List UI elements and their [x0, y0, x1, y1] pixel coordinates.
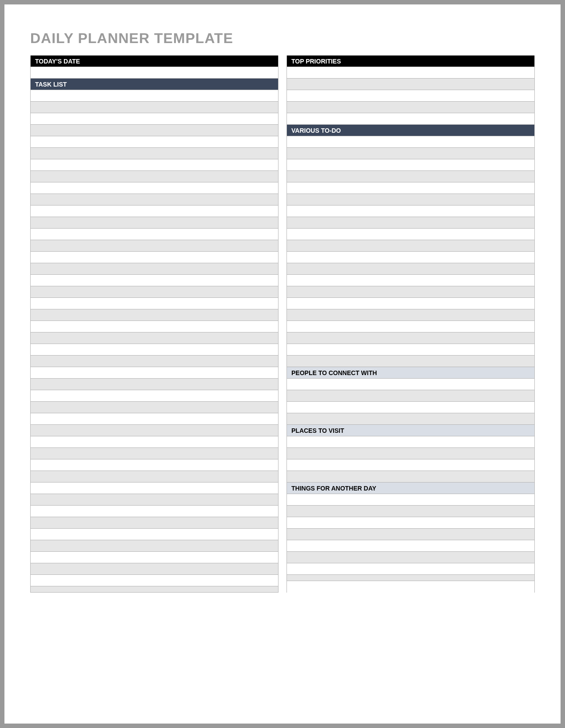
priority-row[interactable] [287, 102, 534, 113]
todo-row[interactable] [287, 309, 534, 321]
todo-row[interactable] [287, 332, 534, 344]
another-day-row[interactable] [287, 494, 534, 506]
todo-row[interactable] [287, 171, 534, 182]
task-row[interactable] [31, 483, 278, 494]
people-row[interactable] [287, 379, 534, 390]
task-row[interactable] [31, 540, 278, 552]
task-row[interactable] [31, 159, 278, 171]
todo-row[interactable] [287, 344, 534, 356]
columns: TODAY'S DATE TASK LIST [30, 55, 535, 593]
todo-row[interactable] [287, 217, 534, 229]
another-day-row[interactable] [287, 506, 534, 517]
task-row[interactable] [31, 321, 278, 332]
places-row[interactable] [287, 471, 534, 483]
task-row[interactable] [31, 436, 278, 448]
todo-row[interactable] [287, 229, 534, 240]
task-row[interactable] [31, 367, 278, 379]
date-row[interactable] [31, 67, 278, 79]
priority-row[interactable] [287, 79, 534, 90]
todo-row[interactable] [287, 206, 534, 217]
another-day-row[interactable] [287, 540, 534, 552]
todo-row[interactable] [287, 263, 534, 275]
task-row[interactable] [31, 182, 278, 194]
task-row[interactable] [31, 356, 278, 367]
task-row[interactable] [31, 240, 278, 252]
bottom-strip [31, 586, 278, 593]
todo-row[interactable] [287, 252, 534, 263]
task-row[interactable] [31, 125, 278, 136]
another-day-row[interactable] [287, 529, 534, 540]
task-row[interactable] [31, 298, 278, 309]
task-row[interactable] [31, 563, 278, 575]
task-row[interactable] [31, 148, 278, 159]
task-row[interactable] [31, 390, 278, 402]
people-row[interactable] [287, 402, 534, 413]
another-day-row[interactable] [287, 563, 534, 575]
task-row[interactable] [31, 136, 278, 148]
places-row[interactable] [287, 459, 534, 471]
task-row[interactable] [31, 448, 278, 459]
task-row[interactable] [31, 286, 278, 298]
task-row[interactable] [31, 102, 278, 113]
todo-row[interactable] [287, 136, 534, 148]
people-row[interactable] [287, 413, 534, 425]
another-day-row[interactable] [287, 517, 534, 529]
task-row[interactable] [31, 229, 278, 240]
priority-row[interactable] [287, 90, 534, 102]
task-row[interactable] [31, 494, 278, 506]
header-todays-date: TODAY'S DATE [31, 55, 278, 67]
task-row[interactable] [31, 217, 278, 229]
task-row[interactable] [31, 425, 278, 436]
planner-page: DAILY PLANNER TEMPLATE TODAY'S DATE TASK… [0, 0, 565, 728]
task-row[interactable] [31, 275, 278, 286]
task-row[interactable] [31, 344, 278, 356]
task-row[interactable] [31, 206, 278, 217]
task-row[interactable] [31, 194, 278, 206]
header-things-another-day: THINGS FOR ANOTHER DAY [287, 483, 534, 494]
task-row[interactable] [31, 379, 278, 390]
right-column: TOP PRIORITIES VARIOUS TO-DO [286, 55, 535, 593]
header-various-todo: VARIOUS TO-DO [287, 125, 534, 136]
todo-row[interactable] [287, 275, 534, 286]
left-column: TODAY'S DATE TASK LIST [30, 55, 279, 593]
task-row[interactable] [31, 459, 278, 471]
todo-row[interactable] [287, 298, 534, 309]
todo-row[interactable] [287, 286, 534, 298]
page-title: DAILY PLANNER TEMPLATE [30, 30, 535, 47]
task-row[interactable] [31, 113, 278, 125]
task-row[interactable] [31, 506, 278, 517]
task-row[interactable] [31, 517, 278, 529]
task-row[interactable] [31, 575, 278, 586]
task-row[interactable] [31, 332, 278, 344]
task-row[interactable] [31, 90, 278, 102]
header-top-priorities: TOP PRIORITIES [287, 55, 534, 67]
todo-row[interactable] [287, 194, 534, 206]
priority-row[interactable] [287, 67, 534, 79]
todo-row[interactable] [287, 240, 534, 252]
todo-row[interactable] [287, 182, 534, 194]
bottom-strip [287, 575, 534, 581]
task-row[interactable] [31, 263, 278, 275]
header-task-list: TASK LIST [31, 79, 278, 90]
another-day-row[interactable] [287, 552, 534, 563]
task-row[interactable] [31, 529, 278, 540]
header-places-to-visit: PLACES TO VISIT [287, 425, 534, 436]
task-row[interactable] [31, 309, 278, 321]
places-row[interactable] [287, 448, 534, 459]
todo-row[interactable] [287, 159, 534, 171]
task-row[interactable] [31, 171, 278, 182]
task-row[interactable] [31, 402, 278, 413]
todo-row[interactable] [287, 148, 534, 159]
priority-row[interactable] [287, 113, 534, 125]
task-row[interactable] [31, 413, 278, 425]
task-row[interactable] [31, 471, 278, 483]
task-row[interactable] [31, 552, 278, 563]
task-row[interactable] [31, 252, 278, 263]
people-row[interactable] [287, 390, 534, 402]
todo-row[interactable] [287, 321, 534, 332]
todo-row[interactable] [287, 356, 534, 367]
header-people-to-connect: PEOPLE TO CONNECT WITH [287, 367, 534, 379]
places-row[interactable] [287, 436, 534, 448]
